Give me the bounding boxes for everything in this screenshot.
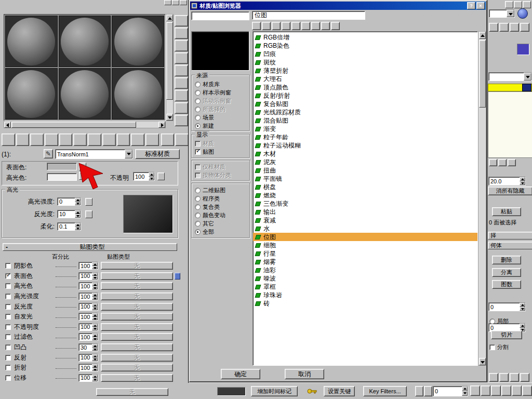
- value-spinner[interactable]: 0: [488, 302, 526, 311]
- sample-slot[interactable]: [59, 16, 111, 67]
- map-list-item[interactable]: 粒子年龄: [253, 133, 477, 141]
- map-list-item[interactable]: 薄壁折射: [253, 66, 477, 75]
- map-list-item[interactable]: 位图: [253, 233, 477, 241]
- chevron-down-icon[interactable]: [507, 10, 514, 17]
- map-slot-button[interactable]: 无: [101, 364, 173, 371]
- param-spinner[interactable]: 0.1: [57, 222, 81, 231]
- material-effects-channel-icon[interactable]: [88, 134, 101, 146]
- show-map-in-viewport-icon[interactable]: [102, 134, 116, 146]
- track-view-icon[interactable]: [499, 23, 509, 32]
- map-list-item[interactable]: 木材: [253, 150, 477, 158]
- map-list-item[interactable]: 砖: [253, 299, 477, 308]
- ok-button[interactable]: 确定: [221, 369, 260, 379]
- put-material-to-scene-icon[interactable]: [16, 134, 30, 146]
- map-slot-button[interactable]: 无: [101, 323, 173, 331]
- spin-down-icon[interactable]: [92, 327, 98, 330]
- clear-library-icon[interactable]: [331, 22, 340, 30]
- source-option[interactable]: 材质库: [195, 80, 249, 88]
- map-list-item[interactable]: RGB染色: [253, 42, 477, 50]
- scroll-left-icon[interactable]: [4, 122, 11, 128]
- map-list-item[interactable]: 顶点颜色: [253, 83, 477, 91]
- map-list-item[interactable]: 斑纹: [253, 58, 477, 66]
- map-enable-checkbox[interactable]: [5, 294, 11, 299]
- map-list-item[interactable]: 渐变: [253, 125, 477, 133]
- menu-item[interactable]: [1, 7, 9, 9]
- map-list-item[interactable]: 衰减: [253, 216, 477, 224]
- scroll-thumb[interactable]: [11, 122, 136, 128]
- chevron-down-icon[interactable]: [125, 150, 132, 158]
- param-spinner[interactable]: 10: [57, 210, 81, 218]
- spin-down-icon[interactable]: [75, 227, 81, 230]
- map-amount-spinner[interactable]: 100: [78, 354, 98, 362]
- current-frame-spinner[interactable]: 0: [433, 386, 468, 396]
- map-enable-checkbox[interactable]: [5, 324, 11, 330]
- spin-up-icon[interactable]: [520, 177, 525, 181]
- spin-down-icon[interactable]: [462, 391, 468, 396]
- zoom-region-icon[interactable]: [501, 385, 511, 396]
- panel-dropdown[interactable]: [489, 9, 515, 18]
- map-list-item[interactable]: 粒子运动模糊: [253, 141, 477, 150]
- type-option[interactable]: 颜色变动: [195, 211, 249, 219]
- map-slot-button[interactable]: 无: [101, 262, 173, 270]
- video-color-check-icon[interactable]: [175, 65, 188, 76]
- zoom-icon[interactable]: [470, 385, 480, 396]
- map-list-item[interactable]: 凹痕: [253, 50, 477, 58]
- key-filters-button[interactable]: Key Filters...: [363, 386, 407, 396]
- map-slot-button[interactable]: 无: [101, 292, 173, 300]
- close-icon[interactable]: ×: [476, 2, 485, 9]
- zoom-extents-icon[interactable]: [491, 385, 501, 396]
- schematic-view-icon[interactable]: [510, 23, 519, 32]
- type-option[interactable]: 复合类: [195, 203, 249, 211]
- spin-up-icon[interactable]: [75, 198, 81, 202]
- selection-rollout-header[interactable]: 择: [488, 232, 532, 240]
- map-slot-mini-button[interactable]: [85, 198, 92, 206]
- type-option[interactable]: 二维贴图: [195, 186, 249, 194]
- get-material-icon[interactable]: [2, 134, 15, 146]
- grid-snap-icon[interactable]: [499, 373, 509, 382]
- map-slot-button[interactable]: 无: [101, 272, 173, 280]
- go-to-parent-icon[interactable]: [161, 134, 175, 146]
- spin-up-icon[interactable]: [520, 324, 525, 328]
- spin-down-icon[interactable]: [92, 276, 98, 280]
- spin-down-icon[interactable]: [92, 348, 98, 351]
- spin-down-icon[interactable]: [92, 286, 98, 290]
- opacity-map-slot-button[interactable]: [157, 172, 165, 180]
- surface-color-swatch[interactable]: [47, 163, 77, 170]
- sample-slot[interactable]: [112, 68, 164, 119]
- utilities-hammer-icon[interactable]: [520, 23, 529, 32]
- list-vscrollbar[interactable]: [478, 31, 486, 366]
- viewport-icon[interactable]: [510, 373, 519, 382]
- map-slot-button[interactable]: 无: [101, 303, 173, 311]
- source-option[interactable]: 场景: [195, 113, 249, 122]
- map-slot-button[interactable]: 无: [96, 388, 168, 396]
- spin-down-icon[interactable]: [149, 177, 154, 181]
- map-amount-spinner[interactable]: 100: [78, 272, 98, 280]
- pick-material-from-object-icon[interactable]: [145, 134, 159, 146]
- map-list-item[interactable]: 罩框: [253, 283, 477, 291]
- opacity-spinner[interactable]: 100: [133, 172, 155, 181]
- scroll-right-icon[interactable]: [158, 122, 165, 128]
- map-amount-spinner[interactable]: 100: [78, 292, 98, 300]
- sample-uv-tiling-icon[interactable]: [131, 134, 144, 146]
- map-enable-checkbox[interactable]: [5, 365, 11, 370]
- map-amount-spinner[interactable]: 100: [78, 374, 98, 382]
- spin-down-icon[interactable]: [92, 297, 98, 300]
- spin-down-icon[interactable]: [92, 317, 98, 321]
- show-option[interactable]: 贴图: [195, 148, 249, 156]
- map-list[interactable]: RGB倍增 RGB染色 凹痕 斑纹 薄壁折射 大理石: [252, 31, 478, 366]
- maps-rollout-header[interactable]: - 贴图类型: [3, 243, 177, 251]
- spin-down-icon[interactable]: [92, 337, 98, 341]
- map-amount-spinner[interactable]: 100: [78, 303, 98, 311]
- go-forward-to-sibling-icon[interactable]: [175, 134, 189, 146]
- swatch-navy[interactable]: [522, 84, 531, 91]
- map-enable-checkbox[interactable]: [5, 314, 11, 320]
- sample-vscrollbar[interactable]: [166, 14, 174, 121]
- map-slot-button[interactable]: 无: [101, 374, 173, 382]
- panel-dropdown[interactable]: [488, 72, 532, 81]
- browser-search-input[interactable]: [191, 11, 249, 20]
- uv-tiling-icon[interactable]: [175, 52, 188, 64]
- material-type-button[interactable]: 标准材质: [135, 149, 180, 159]
- slice-button[interactable]: 切片: [491, 330, 522, 339]
- eyedropper-icon[interactable]: ✎: [44, 149, 53, 158]
- material-navigator-icon[interactable]: [175, 115, 188, 126]
